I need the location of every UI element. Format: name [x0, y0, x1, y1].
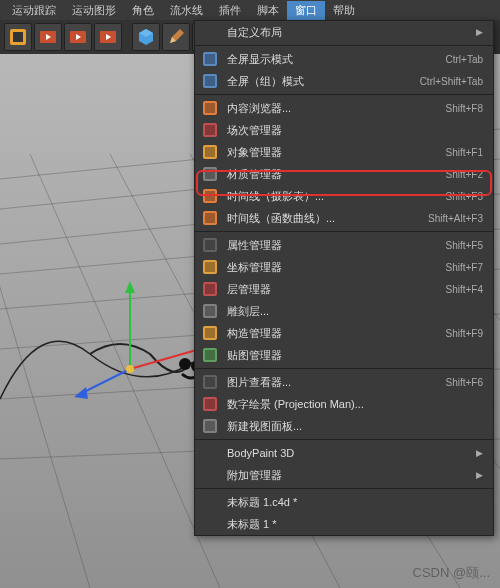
- svg-rect-34: [205, 54, 215, 64]
- menubar: 运动跟踪 运动图形 角色 流水线 插件 脚本 窗口 帮助: [0, 0, 500, 20]
- menu-item--[interactable]: 全屏（组）模式Ctrl+Shift+Tab: [195, 70, 493, 92]
- menu-window[interactable]: 窗口: [287, 1, 325, 20]
- menu-label: 全屏显示模式: [227, 52, 445, 67]
- menu-item--[interactable]: 附加管理器▶: [195, 464, 493, 486]
- blank-icon: [201, 493, 219, 511]
- menu-item--[interactable]: 全屏显示模式Ctrl+Tab: [195, 48, 493, 70]
- menu-tracking[interactable]: 运动跟踪: [4, 1, 64, 20]
- menu-item--1-c4d-[interactable]: 未标题 1.c4d *: [195, 491, 493, 513]
- tool-picture-viewer[interactable]: [94, 23, 122, 51]
- svg-marker-31: [74, 387, 88, 399]
- svg-rect-66: [205, 421, 215, 431]
- menu-label: 层管理器: [227, 282, 445, 297]
- menu-label: 图片查看器...: [227, 375, 445, 390]
- menu-help[interactable]: 帮助: [325, 1, 363, 20]
- menu-shortcut: Shift+F3: [445, 191, 483, 202]
- struct-icon: [201, 324, 219, 342]
- svg-rect-62: [205, 377, 215, 387]
- menu-label: 新建视图面板...: [227, 419, 483, 434]
- menu-plugins[interactable]: 插件: [211, 1, 249, 20]
- menu-label: 未标题 1 *: [227, 517, 483, 532]
- menu-shortcut: Shift+F1: [445, 147, 483, 158]
- tool-render[interactable]: [4, 23, 32, 51]
- tool-render-region[interactable]: [34, 23, 62, 51]
- attr-icon: [201, 236, 219, 254]
- blank-icon: [201, 444, 219, 462]
- picview-icon: [201, 373, 219, 391]
- svg-rect-64: [205, 399, 215, 409]
- blank-icon: [201, 23, 219, 41]
- svg-point-32: [126, 365, 134, 373]
- menu-label: 数字绘景 (Projection Man)...: [227, 397, 483, 412]
- svg-line-28: [130, 349, 200, 369]
- svg-rect-36: [205, 76, 215, 86]
- menu-item--[interactable]: 场次管理器: [195, 119, 493, 141]
- menu-separator: [195, 368, 493, 369]
- menu-shortcut: Shift+F5: [445, 240, 483, 251]
- menu-item--[interactable]: 层管理器Shift+F4: [195, 278, 493, 300]
- menu-item--[interactable]: 内容浏览器...Shift+F8: [195, 97, 493, 119]
- menu-pipeline[interactable]: 流水线: [162, 1, 211, 20]
- svg-rect-48: [205, 213, 215, 223]
- watermark: CSDN @颐...: [413, 564, 490, 582]
- menu-shortcut: Ctrl+Shift+Tab: [420, 76, 483, 87]
- menu-separator: [195, 94, 493, 95]
- menu-item--[interactable]: 时间线（摄影表）...Shift+F3: [195, 185, 493, 207]
- axis-gizmo[interactable]: [70, 279, 210, 403]
- menu-label: 贴图管理器: [227, 348, 483, 363]
- menu-label: 对象管理器: [227, 145, 445, 160]
- menu-item--[interactable]: 坐标管理器Shift+F7: [195, 256, 493, 278]
- texture-icon: [201, 346, 219, 364]
- menu-label: BodyPaint 3D: [227, 447, 468, 459]
- svg-rect-52: [205, 262, 215, 272]
- svg-rect-38: [205, 103, 215, 113]
- menu-label: 内容浏览器...: [227, 101, 445, 116]
- menu-item--[interactable]: 新建视图面板...: [195, 415, 493, 437]
- menu-label: 属性管理器: [227, 238, 445, 253]
- menu-separator: [195, 45, 493, 46]
- chevron-right-icon: ▶: [476, 470, 483, 480]
- window-dropdown: 自定义布局▶全屏显示模式Ctrl+Tab全屏（组）模式Ctrl+Shift+Ta…: [194, 20, 494, 536]
- menu-item--1-[interactable]: 未标题 1 *: [195, 513, 493, 535]
- svg-rect-60: [205, 350, 215, 360]
- newview-icon: [201, 417, 219, 435]
- menu-label: 材质管理器: [227, 167, 445, 182]
- layer-icon: [201, 280, 219, 298]
- tool-pen[interactable]: [162, 23, 190, 51]
- tool-render-settings[interactable]: [64, 23, 92, 51]
- menu-label: 场次管理器: [227, 123, 483, 138]
- carve-icon: [201, 302, 219, 320]
- menu-item--[interactable]: 贴图管理器: [195, 344, 493, 366]
- menu-item--[interactable]: 材质管理器Shift+F2: [195, 163, 493, 185]
- menu-item--[interactable]: 对象管理器Shift+F1: [195, 141, 493, 163]
- menu-label: 雕刻层...: [227, 304, 483, 319]
- menu-shortcut: Shift+F6: [445, 377, 483, 388]
- blank-icon: [201, 515, 219, 533]
- menu-item--[interactable]: 雕刻层...: [195, 300, 493, 322]
- menu-mograph[interactable]: 运动图形: [64, 1, 124, 20]
- menu-scripts[interactable]: 脚本: [249, 1, 287, 20]
- menu-label: 构造管理器: [227, 326, 445, 341]
- scene-icon: [201, 121, 219, 139]
- menu-item--[interactable]: 自定义布局▶: [195, 21, 493, 43]
- tool-cube[interactable]: [132, 23, 160, 51]
- menu-item--[interactable]: 属性管理器Shift+F5: [195, 234, 493, 256]
- svg-line-30: [80, 369, 130, 394]
- menu-character[interactable]: 角色: [124, 1, 162, 20]
- menu-label: 全屏（组）模式: [227, 74, 420, 89]
- menu-item--Projection-Man-[interactable]: 数字绘景 (Projection Man)...: [195, 393, 493, 415]
- menu-item--[interactable]: 时间线（函数曲线）...Shift+Alt+F3: [195, 207, 493, 229]
- menu-item--[interactable]: 图片查看器...Shift+F6: [195, 371, 493, 393]
- menu-separator: [195, 231, 493, 232]
- menu-shortcut: Shift+F7: [445, 262, 483, 273]
- menu-shortcut: Shift+Alt+F3: [428, 213, 483, 224]
- svg-rect-50: [205, 240, 215, 250]
- svg-rect-42: [205, 147, 215, 157]
- chevron-right-icon: ▶: [476, 448, 483, 458]
- menu-item--[interactable]: 构造管理器Shift+F9: [195, 322, 493, 344]
- menu-separator: [195, 488, 493, 489]
- menu-item-BodyPaint-3D[interactable]: BodyPaint 3D▶: [195, 442, 493, 464]
- material-icon: [201, 165, 219, 183]
- fullscreen-grp-icon: [201, 72, 219, 90]
- proj-icon: [201, 395, 219, 413]
